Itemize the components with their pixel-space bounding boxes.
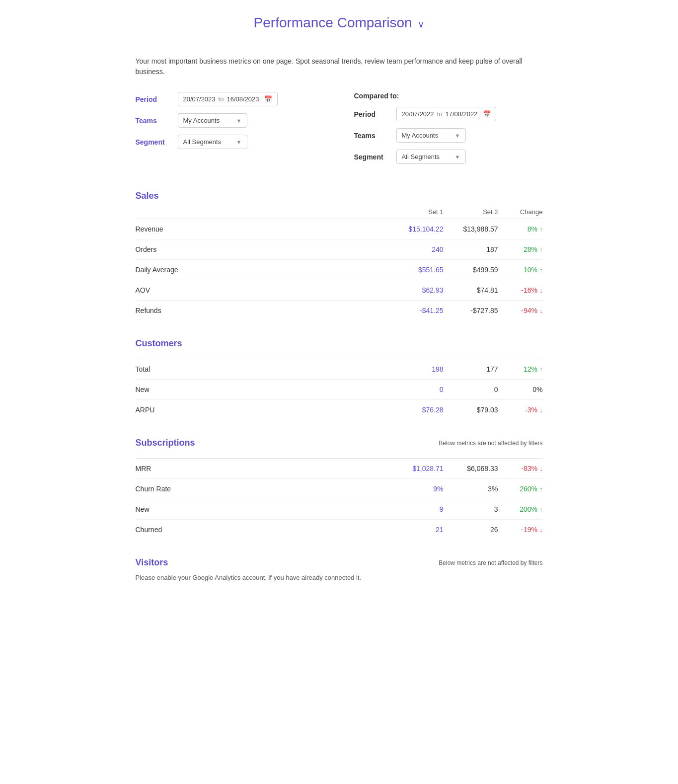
compared-date-to: 17/08/2022 (445, 110, 477, 118)
subscriptions-section-title: Subscriptions (136, 438, 195, 448)
metric-set2: 3% (444, 485, 498, 493)
metric-name: Churn Rate (136, 485, 389, 493)
sales-rows: Revenue $15,104.22 $13,988.57 8% Orders … (136, 219, 543, 320)
arrow-down-icon (539, 465, 543, 472)
visitors-ga-message: Please enable your Google Analytics acco… (136, 573, 543, 583)
primary-filter-set: Period 20/07/2023 to 16/08/2023 📅 Teams … (136, 92, 324, 171)
compared-date-from: 20/07/2022 (402, 110, 434, 118)
primary-segment-select[interactable]: All Segments ▼ (178, 135, 247, 149)
metric-set2: 177 (444, 365, 498, 373)
compared-segment-label: Segment (354, 153, 391, 161)
arrow-down-icon (539, 286, 543, 294)
metric-set2: 187 (444, 245, 498, 253)
primary-period-label: Period (136, 95, 173, 103)
metric-name: ARPU (136, 406, 389, 414)
metric-name: AOV (136, 286, 389, 294)
metric-set1: 9% (389, 485, 444, 493)
metric-change: -19% (498, 526, 543, 534)
title-chevron-icon[interactable]: ∨ (418, 19, 424, 29)
col-set2-header: Set 2 (444, 208, 498, 216)
customers-section-header: Customers (136, 338, 543, 349)
metric-change: 10% (498, 266, 543, 274)
primary-teams-select[interactable]: My Accounts ▼ (178, 113, 247, 128)
visitors-section: Visitors Below metrics are not affected … (136, 557, 543, 583)
arrow-up-icon (539, 485, 543, 493)
date-separator: to (219, 95, 224, 103)
metric-name: New (136, 505, 389, 513)
subscriptions-section: Subscriptions Below metrics are not affe… (136, 438, 543, 540)
metric-set1: $76.28 (389, 406, 444, 414)
compared-teams-row: Teams My Accounts ▼ (354, 128, 543, 143)
primary-teams-row: Teams My Accounts ▼ (136, 113, 324, 128)
primary-period-row: Period 20/07/2023 to 16/08/2023 📅 (136, 92, 324, 106)
compared-date-picker[interactable]: 20/07/2022 to 17/08/2022 📅 (396, 107, 496, 121)
arrow-up-icon (539, 245, 543, 253)
metric-name: Orders (136, 245, 389, 253)
compared-date-separator: to (437, 110, 443, 118)
metric-set1: $62.93 (389, 286, 444, 294)
arrow-up-icon (539, 266, 543, 274)
metric-set2: 0 (444, 386, 498, 393)
table-row: Revenue $15,104.22 $13,988.57 8% (136, 219, 543, 239)
compared-filter-set: Compared to: Period 20/07/2022 to 17/08/… (354, 92, 543, 171)
arrow-up-icon (539, 225, 543, 233)
change-value: -16% (521, 286, 537, 294)
visitors-section-note: Below metrics are not affected by filter… (439, 559, 542, 566)
table-row: Daily Average $551.65 $499.59 10% (136, 260, 543, 280)
metric-set2: $74.81 (444, 286, 498, 294)
metric-set2: 3 (444, 505, 498, 513)
calendar-icon[interactable]: 📅 (264, 95, 272, 103)
metric-name: New (136, 386, 389, 393)
arrow-up-icon (539, 365, 543, 373)
change-value: 8% (527, 225, 537, 233)
sales-section-header: Sales (136, 191, 543, 201)
change-value: 28% (524, 245, 537, 253)
metric-set2: $499.59 (444, 266, 498, 274)
compared-segment-select[interactable]: All Segments ▼ (396, 150, 466, 164)
sales-section-title: Sales (136, 191, 159, 201)
primary-date-to: 16/08/2023 (226, 95, 259, 103)
primary-segment-row: Segment All Segments ▼ (136, 135, 324, 149)
compared-label: Compared to: (354, 92, 543, 100)
metric-set1: 240 (389, 245, 444, 253)
sales-table-headers: Set 1 Set 2 Change (136, 205, 543, 219)
primary-segment-value: All Segments (183, 138, 222, 146)
arrow-down-icon (539, 526, 543, 534)
visitors-section-title: Visitors (136, 557, 168, 568)
metric-set2: 26 (444, 526, 498, 534)
arrow-down-icon (539, 406, 543, 414)
compared-teams-value: My Accounts (402, 132, 439, 139)
metric-change: -83% (498, 465, 543, 472)
primary-date-from: 20/07/2023 (183, 95, 216, 103)
table-row: Total 198 177 12% (136, 359, 543, 380)
table-row: Refunds -$41.25 -$727.85 -94% (136, 301, 543, 320)
metric-name: Daily Average (136, 266, 389, 274)
table-row: Churned 21 26 -19% (136, 520, 543, 540)
metric-set2: $79.03 (444, 406, 498, 414)
arrow-down-icon (539, 307, 543, 314)
primary-teams-label: Teams (136, 117, 173, 125)
primary-teams-value: My Accounts (183, 117, 220, 124)
change-value: -3% (525, 406, 537, 414)
metric-change: 260% (498, 485, 543, 493)
primary-date-picker[interactable]: 20/07/2023 to 16/08/2023 📅 (178, 92, 278, 106)
subscriptions-section-header: Subscriptions Below metrics are not affe… (136, 438, 543, 448)
metric-set1: 0 (389, 386, 444, 393)
table-row: ARPU $76.28 $79.03 -3% (136, 400, 543, 420)
metric-change: 12% (498, 365, 543, 373)
customers-rows: Total 198 177 12% New 0 0 0% ARPU $76.28… (136, 359, 543, 420)
compared-calendar-icon[interactable]: 📅 (483, 110, 491, 118)
metric-change: 0% (498, 386, 543, 393)
metric-change: 200% (498, 505, 543, 513)
table-row: New 0 0 0% (136, 380, 543, 400)
filters-wrapper: Period 20/07/2023 to 16/08/2023 📅 Teams … (136, 92, 543, 171)
customers-section-title: Customers (136, 338, 182, 349)
segment-dropdown-icon: ▼ (236, 139, 242, 145)
metric-name: Churned (136, 526, 389, 534)
metric-change: -94% (498, 307, 543, 314)
metric-set1: $1,028.71 (389, 465, 444, 472)
compared-teams-select[interactable]: My Accounts ▼ (396, 128, 466, 143)
change-value: 0% (532, 386, 542, 393)
change-value: -83% (521, 465, 537, 472)
metric-set2: -$727.85 (444, 307, 498, 314)
